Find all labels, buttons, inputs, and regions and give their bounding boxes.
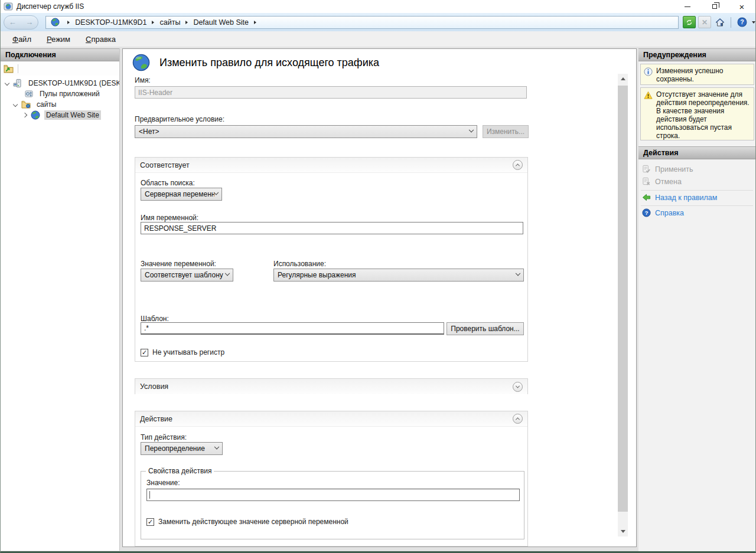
home-icon	[715, 18, 725, 27]
cancel-label: Отмена	[655, 178, 682, 186]
refresh-button[interactable]	[683, 16, 696, 28]
text-caret	[149, 491, 150, 499]
chevron-up-icon	[516, 163, 520, 168]
variable-value-select[interactable]: Соответствует шаблону	[141, 269, 233, 282]
menu-help[interactable]: Справка	[82, 33, 119, 45]
tree-app-pools-label: Пулы приложений	[38, 89, 102, 99]
chevron-right-icon[interactable]	[22, 113, 27, 117]
back-nav-icon[interactable]: ←	[9, 18, 17, 26]
restore-icon	[712, 4, 717, 9]
scrollbar-thumb[interactable]	[618, 86, 628, 512]
breadcrumb-server[interactable]: DESKTOP-U1MK9D1	[75, 18, 146, 27]
close-icon: ×	[739, 2, 745, 11]
scope-select[interactable]: Серверная переменн	[141, 188, 222, 201]
application-pools-icon	[24, 89, 34, 99]
scroll-down-button[interactable]	[618, 526, 628, 536]
action-section: Действие Тип действия: Переопределение С…	[135, 411, 528, 547]
replace-value-row: ✓ Заменить действующее значение серверно…	[146, 518, 348, 526]
chevron-up-icon	[516, 417, 520, 421]
menu-view[interactable]: Режим	[43, 33, 74, 45]
cancel-icon	[642, 177, 651, 186]
chevron-down-icon	[225, 271, 230, 276]
actions-divider	[641, 190, 753, 191]
help-dropdown-caret-icon[interactable]	[752, 21, 755, 24]
replace-value-checkbox[interactable]: ✓	[146, 518, 154, 526]
connections-panel: Подключения DESKTOP-U1MK9D1 (DESKTOI Пул…	[1, 48, 120, 551]
precondition-select[interactable]: <Нет>	[135, 125, 477, 138]
scope-value: Серверная переменн	[145, 190, 214, 198]
tree-item-app-pools[interactable]: Пулы приложений	[1, 89, 119, 99]
stop-icon: ✕	[702, 18, 708, 27]
collapse-section-button[interactable]	[513, 414, 523, 424]
stop-button[interactable]: ✕	[698, 16, 711, 28]
action-section-title: Действие	[140, 415, 172, 423]
breadcrumb-default-web-site[interactable]: Default Web Site	[193, 18, 249, 27]
action-section-header: Действие	[135, 411, 527, 427]
warning-alert-text: Отсутствует значение для действия переоп…	[656, 90, 751, 138]
apply-label: Применить	[655, 165, 693, 174]
window-title: Диспетчер служб IIS	[17, 2, 84, 11]
ignore-case-checkbox[interactable]: ✓	[141, 349, 148, 356]
connections-toolbar	[1, 61, 119, 76]
action-type-select[interactable]: Переопределение	[141, 442, 223, 455]
edit-outbound-rule-page: Изменить правило для исходящего трафика …	[122, 48, 637, 547]
breadcrumb[interactable]: DESKTOP-U1MK9D1 сайты Default Web Site	[45, 16, 679, 29]
chevron-down-icon[interactable]	[13, 102, 18, 107]
chevron-down-icon	[214, 190, 219, 195]
right-panel: Предупреждения Изменения успешно сохране…	[638, 48, 756, 551]
svg-text:?: ?	[740, 18, 744, 25]
variable-name-input[interactable]	[141, 222, 523, 234]
action-properties-group: Свойства действия Значение: ✓ Заменить д…	[141, 471, 524, 539]
forward-nav-icon[interactable]: →	[25, 18, 33, 26]
vertical-scrollbar[interactable]	[618, 74, 628, 536]
toolbar-divider	[18, 64, 18, 73]
expand-section-button[interactable]	[513, 382, 523, 392]
conditions-section-title: Условия	[140, 382, 168, 391]
breadcrumb-arrow-icon	[254, 21, 256, 24]
scroll-up-button[interactable]	[618, 74, 628, 84]
variable-name-label: Имя переменной:	[141, 214, 198, 222]
edit-precondition-button[interactable]: Изменить...	[483, 125, 529, 138]
tree-item-default-web-site[interactable]: Default Web Site	[1, 110, 119, 120]
apply-icon	[642, 165, 651, 174]
chevron-down-icon	[469, 127, 474, 132]
conditions-section-header: Условия	[135, 379, 527, 394]
back-to-rules-link[interactable]: Назад к правилам	[642, 193, 717, 202]
name-input[interactable]	[135, 86, 527, 99]
match-section-header: Соответствует	[135, 158, 527, 173]
connections-header: Подключения	[1, 48, 119, 61]
apply-button[interactable]: Применить	[642, 165, 693, 174]
close-button[interactable]: ×	[728, 0, 755, 13]
chevron-down-icon[interactable]	[5, 81, 9, 86]
match-section: Соответствует Область поиска: Серверная …	[135, 157, 528, 362]
collapse-section-button[interactable]	[513, 160, 523, 170]
chevron-down-icon	[516, 384, 520, 388]
action-properties-title: Свойства действия	[146, 467, 214, 475]
pattern-input[interactable]	[141, 322, 444, 335]
minimize-button[interactable]	[674, 0, 701, 13]
action-type-value: Переопределение	[145, 444, 205, 453]
menu-file[interactable]: Файл	[9, 33, 35, 45]
usage-select[interactable]: Регулярные выражения	[273, 269, 524, 282]
create-connection-icon[interactable]	[4, 64, 14, 74]
cancel-button[interactable]: Отмена	[642, 177, 682, 186]
tree-item-server[interactable]: DESKTOP-U1MK9D1 (DESKTOI	[1, 78, 119, 89]
back-to-rules-label: Назад к правилам	[655, 194, 717, 202]
variable-value-value: Соответствует шаблону	[145, 271, 223, 279]
scroll-up-icon	[621, 77, 625, 80]
breadcrumb-sites[interactable]: сайты	[159, 18, 180, 27]
value-input[interactable]	[146, 489, 520, 501]
help-link[interactable]: ? Справка	[642, 208, 684, 217]
actions-header: Действия	[638, 146, 756, 159]
info-icon	[644, 67, 653, 76]
restore-button[interactable]	[701, 0, 728, 13]
page-globe-icon	[132, 54, 150, 71]
alerts-header: Предупреждения	[638, 48, 756, 61]
help-button[interactable]: ?	[735, 16, 748, 28]
iis-app-icon	[4, 2, 13, 11]
usage-label: Использование:	[273, 260, 326, 268]
tree-item-sites[interactable]: сайты	[1, 99, 119, 110]
home-button[interactable]	[713, 16, 726, 28]
test-pattern-button[interactable]: Проверить шаблон...	[447, 322, 524, 335]
menu-bar: Файл Режим Справка	[1, 31, 755, 47]
